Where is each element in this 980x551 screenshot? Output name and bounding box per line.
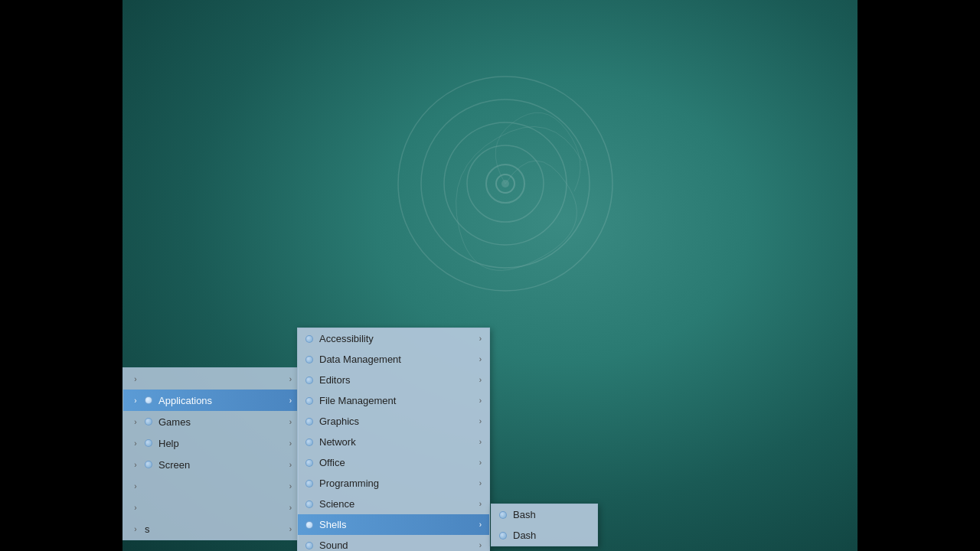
left-menu-label-games: Games	[158, 416, 289, 428]
left-menu-item-games[interactable]: › Games ›	[123, 411, 298, 432]
menu-dot-dash	[499, 532, 507, 540]
left-arrow-icon-help: ›	[129, 439, 142, 448]
right-arrow-icon-screen: ›	[289, 461, 292, 469]
menu-dot-shells	[305, 521, 313, 529]
left-menu-item-partial-bottom[interactable]: › s ›	[123, 518, 298, 540]
left-menu-item-hidden3[interactable]: › ›	[123, 497, 298, 518]
applications-submenu: Accessibility › Data Management › Editor…	[297, 328, 490, 551]
left-arrow-icon: ›	[129, 375, 142, 383]
apps-menu-item-network[interactable]: Network ›	[298, 432, 489, 452]
svg-point-6	[501, 180, 509, 187]
left-menu-item-applications[interactable]: › Applications ›	[123, 390, 298, 411]
apps-label-file-management: File Management	[319, 395, 479, 406]
apps-menu-item-office[interactable]: Office ›	[298, 452, 489, 473]
menu-dot-graphics	[305, 418, 313, 425]
left-menu-item-hidden2[interactable]: › ›	[123, 475, 298, 497]
apps-menu-item-accessibility[interactable]: Accessibility ›	[298, 328, 489, 349]
left-arrow-icon-games: ›	[129, 418, 142, 426]
shells-label-bash: Bash	[513, 509, 590, 520]
apps-label-shells: Shells	[319, 519, 479, 530]
right-arrow-icon: ›	[289, 375, 292, 383]
right-arrow-office: ›	[479, 458, 482, 467]
right-arrow-icon-h4: ›	[289, 525, 292, 533]
apps-menu-item-shells[interactable]: Shells ›	[298, 514, 489, 535]
apps-label-data-management: Data Management	[319, 354, 479, 365]
left-menu-label-screen: Screen	[158, 459, 289, 471]
apps-label-network: Network	[319, 436, 479, 448]
right-arrow-accessibility: ›	[479, 334, 482, 343]
right-arrow-programming: ›	[479, 479, 482, 487]
right-arrow-file-management: ›	[479, 396, 482, 405]
right-arrow-sound: ›	[479, 541, 482, 549]
left-menu-item-help[interactable]: › Help ›	[123, 432, 298, 454]
right-black-bar	[858, 0, 980, 551]
menu-dot-applications	[145, 396, 152, 404]
menu-dot-office	[305, 459, 313, 467]
menu-dot-file-management	[305, 397, 313, 405]
menu-dot-programming	[305, 480, 313, 487]
apps-label-programming: Programming	[319, 478, 479, 489]
right-arrow-science: ›	[479, 500, 482, 508]
left-arrow-icon-h2: ›	[129, 482, 142, 491]
menu-dot-data-management	[305, 356, 313, 364]
apps-menu-item-sound[interactable]: Sound ›	[298, 535, 489, 551]
apps-menu-item-science[interactable]: Science ›	[298, 494, 489, 514]
menu-dot-games	[145, 418, 152, 425]
right-arrow-network: ›	[479, 438, 482, 446]
left-menu: › › › Applications › › Games › › Help › …	[122, 367, 299, 540]
shells-submenu: Bash Dash	[491, 504, 598, 546]
menu-dot-bash	[499, 511, 507, 519]
right-arrow-icon-h3: ›	[289, 504, 292, 512]
left-arrow-icon-h4: ›	[129, 525, 142, 533]
right-arrow-icon-h2: ›	[289, 482, 292, 491]
apps-menu-item-data-management[interactable]: Data Management ›	[298, 349, 489, 370]
apps-label-graphics: Graphics	[319, 416, 479, 427]
apps-menu-item-graphics[interactable]: Graphics ›	[298, 411, 489, 432]
left-menu-label-applications: Applications	[158, 395, 289, 406]
apps-menu-item-file-management[interactable]: File Management ›	[298, 390, 489, 411]
apps-label-science: Science	[319, 498, 479, 510]
right-arrow-icon-help: ›	[289, 439, 292, 448]
left-menu-item-screen[interactable]: › Screen ›	[123, 454, 298, 475]
menu-dot-science	[305, 500, 313, 508]
right-arrow-data-management: ›	[479, 355, 482, 364]
right-arrow-icon-games: ›	[289, 418, 292, 426]
shells-label-dash: Dash	[513, 530, 590, 541]
apps-label-office: Office	[319, 457, 479, 468]
shells-menu-item-dash[interactable]: Dash	[492, 525, 597, 546]
left-black-bar	[0, 0, 122, 551]
apps-menu-item-editors[interactable]: Editors ›	[298, 370, 489, 390]
apps-menu-item-programming[interactable]: Programming ›	[298, 473, 489, 494]
swirl-decoration	[383, 61, 628, 306]
apps-label-sound: Sound	[319, 540, 479, 551]
right-arrow-icon-apps: ›	[289, 396, 292, 405]
menu-dot-screen	[145, 461, 152, 468]
apps-label-editors: Editors	[319, 374, 479, 386]
left-menu-label-help: Help	[158, 438, 289, 449]
right-arrow-graphics: ›	[479, 417, 482, 425]
apps-label-accessibility: Accessibility	[319, 333, 479, 344]
menu-dot-accessibility	[305, 335, 313, 343]
left-menu-label-partial: s	[145, 523, 289, 535]
right-arrow-editors: ›	[479, 376, 482, 384]
menu-dot-sound	[305, 542, 313, 549]
shells-menu-item-bash[interactable]: Bash	[492, 504, 597, 525]
right-arrow-shells: ›	[479, 520, 482, 529]
left-arrow-icon-screen: ›	[129, 461, 142, 469]
menu-dot-editors	[305, 377, 313, 384]
left-menu-item-hidden1[interactable]: › ›	[123, 368, 298, 390]
menu-dot-network	[305, 439, 313, 446]
left-arrow-icon-h3: ›	[129, 504, 142, 512]
left-arrow-icon-apps: ›	[129, 396, 142, 405]
menu-dot-help	[145, 439, 152, 447]
